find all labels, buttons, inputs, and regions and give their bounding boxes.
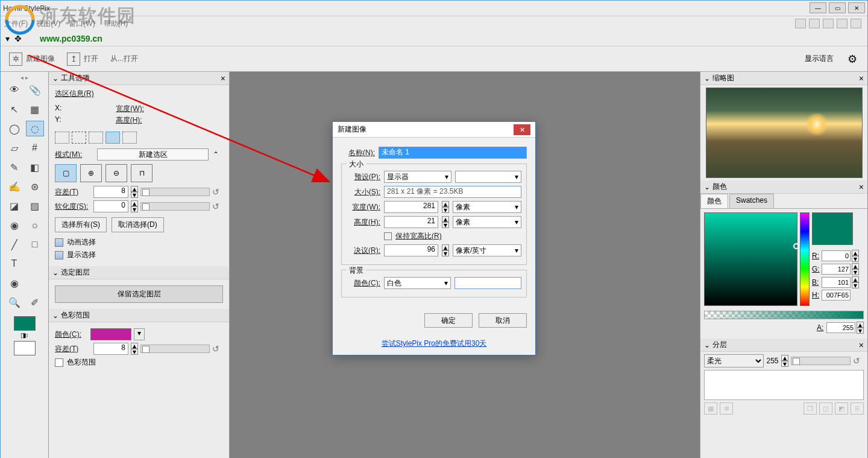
current-color-swatch[interactable]: [812, 212, 853, 245]
marquee-tool-icon[interactable]: ▦: [26, 101, 44, 117]
eye-tool-icon[interactable]: 👁: [5, 82, 24, 98]
b-input[interactable]: [822, 277, 851, 288]
clone-tool-icon[interactable]: ⊛: [26, 179, 44, 194]
open-button[interactable]: ↥ 打开: [67, 52, 98, 66]
thumbnail-image[interactable]: [706, 87, 863, 178]
color-range-dropdown[interactable]: ▾: [134, 328, 145, 340]
cancel-button[interactable]: 取消: [479, 313, 527, 328]
line-tool-icon[interactable]: ╱: [5, 237, 24, 252]
preset-dropdown[interactable]: 显示器▾: [384, 171, 451, 183]
background-color[interactable]: [14, 341, 36, 355]
opacity-slider[interactable]: [791, 357, 851, 365]
layer-fx-icon[interactable]: ✲: [720, 402, 733, 415]
bg-color-preview[interactable]: [454, 277, 521, 289]
trial-link[interactable]: 尝试StylePix Pro的免费试用30天: [382, 339, 487, 348]
dialog-titlebar[interactable]: 新建图像 ✕: [333, 122, 535, 138]
brush-tool-icon[interactable]: ✎: [5, 159, 24, 175]
clip-tool-icon[interactable]: 📎: [26, 82, 44, 98]
resolution-unit-dropdown[interactable]: 像素/英寸▾: [453, 244, 521, 256]
tab-swatches[interactable]: Swatches: [729, 194, 774, 208]
redeye-tool-icon[interactable]: ◉: [5, 217, 24, 233]
width-unit-dropdown[interactable]: 像素▾: [453, 201, 521, 213]
lasso-tool-icon[interactable]: ◌: [26, 121, 44, 136]
sel-shape-add[interactable]: [72, 132, 86, 144]
blend-mode-dropdown[interactable]: 柔光: [704, 354, 764, 367]
close-button[interactable]: ✕: [848, 2, 865, 13]
show-select-checkbox[interactable]: [55, 251, 63, 259]
mode-intersect-icon[interactable]: ⊓: [131, 164, 153, 182]
correction-tool-icon[interactable]: ✍: [5, 179, 24, 194]
height-unit-dropdown[interactable]: 像素▾: [453, 216, 521, 228]
cr-tolerance-input[interactable]: 8: [93, 343, 128, 355]
alpha-slider[interactable]: [704, 311, 864, 319]
swap-colors-icon[interactable]: ◨↕: [2, 332, 47, 339]
color-panel-header[interactable]: ⌄颜色×: [700, 180, 867, 194]
select-all-button[interactable]: 选择所有(S): [55, 217, 107, 232]
g-input[interactable]: [822, 264, 851, 275]
bg-color-dropdown[interactable]: 白色▾: [384, 277, 451, 289]
text-tool-icon[interactable]: T: [5, 256, 24, 272]
maximize-button[interactable]: ▭: [829, 2, 846, 13]
color-range-picker[interactable]: [90, 328, 131, 340]
close-icon[interactable]: ×: [859, 182, 864, 192]
mode-dropdown[interactable]: 新建选区: [97, 148, 209, 161]
layer-list[interactable]: [704, 370, 864, 400]
eyedropper-tool-icon[interactable]: ✐: [26, 294, 44, 310]
mode-new-icon[interactable]: ▢: [55, 164, 77, 182]
close-icon[interactable]: ×: [859, 74, 864, 83]
aspect-ratio-checkbox[interactable]: [384, 232, 392, 240]
eraser-tool-icon[interactable]: ◧: [26, 159, 44, 175]
mode-sub-icon[interactable]: ⊖: [105, 164, 127, 182]
light-tool-icon[interactable]: ☼: [26, 217, 44, 233]
open-from-button[interactable]: 从...打开: [110, 54, 138, 64]
thumbnail-header[interactable]: ⌄缩略图×: [700, 72, 867, 85]
layer-dup-icon[interactable]: ❐: [804, 402, 817, 415]
pattern-tool-icon[interactable]: ▨: [26, 198, 44, 214]
layers-header[interactable]: ⌄分层×: [700, 339, 867, 352]
grid-tool-icon[interactable]: #: [26, 140, 44, 156]
ok-button[interactable]: 确定: [424, 313, 473, 328]
preset-sub-dropdown[interactable]: ▾: [455, 171, 521, 183]
shapes-tool-icon[interactable]: ◉: [5, 275, 24, 291]
sel-shape-ellipse[interactable]: [89, 132, 103, 144]
hue-slider[interactable]: [800, 212, 810, 306]
foreground-color[interactable]: [14, 316, 36, 331]
tolerance-input[interactable]: 8: [93, 186, 128, 198]
layer-new-icon[interactable]: ▦: [704, 402, 717, 415]
feather-input[interactable]: 0: [93, 200, 128, 212]
layer-del-icon[interactable]: ◩: [835, 402, 848, 415]
ellipse-select-icon[interactable]: ◯: [5, 121, 24, 136]
pointer-tool-icon[interactable]: ↖: [5, 101, 24, 117]
new-image-button[interactable]: ✲ 新建图像: [9, 52, 55, 66]
toggle-sliders-icon[interactable]: [795, 19, 806, 28]
a-input[interactable]: [826, 322, 855, 333]
zoom-tool-icon[interactable]: 🔍: [5, 294, 24, 310]
name-input[interactable]: 未命名 1: [379, 147, 527, 159]
tab-color[interactable]: 颜色: [700, 194, 728, 208]
gradient-tool-icon[interactable]: ◪: [5, 198, 24, 214]
toggle-levels-icon[interactable]: [809, 19, 820, 28]
sel-shape-poly[interactable]: [122, 132, 137, 144]
reset-icon[interactable]: ↺: [212, 187, 223, 197]
selection-info-link[interactable]: 选区信息(R): [55, 89, 223, 99]
width-input[interactable]: 281: [384, 201, 438, 213]
resolution-input[interactable]: 96: [384, 244, 438, 256]
dialog-close-button[interactable]: ✕: [514, 124, 530, 135]
color-range-checkbox[interactable]: [55, 358, 63, 367]
toggle-image-icon[interactable]: [823, 19, 834, 28]
height-input[interactable]: 21: [384, 216, 438, 228]
sel-shape-free[interactable]: [105, 132, 120, 144]
toggle-histogram-icon[interactable]: [837, 19, 848, 28]
close-icon[interactable]: ×: [221, 74, 225, 83]
tolerance-slider[interactable]: [140, 188, 210, 196]
keep-selected-layers-button[interactable]: 保留选定图层: [55, 285, 223, 303]
color-range-header[interactable]: ⌄色彩范围: [49, 309, 229, 322]
cr-tolerance-slider[interactable]: [140, 345, 210, 353]
reset-icon[interactable]: ↺: [212, 202, 223, 211]
tool-options-header[interactable]: ⌄ 工具选项 ×: [49, 72, 229, 85]
layer-copy-icon[interactable]: ⎘: [851, 402, 864, 415]
sel-shape-rect[interactable]: [55, 132, 69, 144]
mode-add-icon[interactable]: ⊕: [80, 164, 102, 182]
gear-icon[interactable]: ⚙: [846, 52, 859, 66]
h-input[interactable]: [822, 290, 851, 301]
